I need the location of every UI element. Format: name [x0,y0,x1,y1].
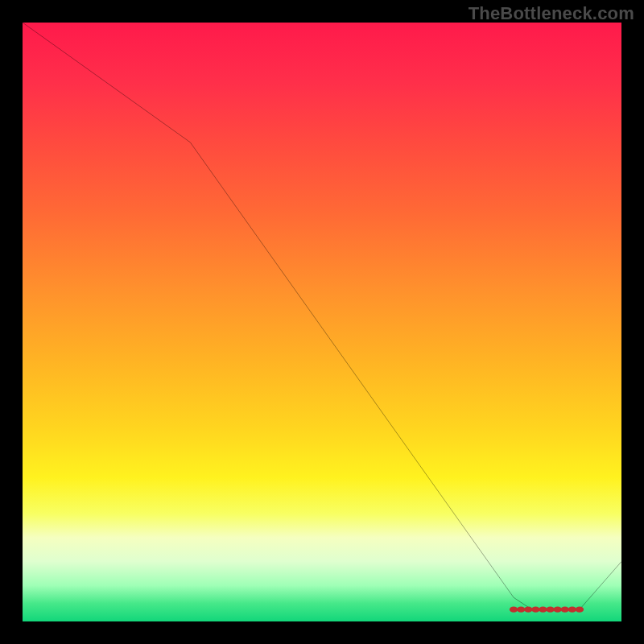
flat-dot [553,606,561,612]
plot-area [23,23,621,621]
flat-dot [539,606,547,612]
flat-dot [546,606,554,612]
watermark-text: TheBottleneck.com [469,3,634,24]
flat-dot [561,606,569,612]
flat-dot [510,606,518,612]
chart-frame: TheBottleneck.com [0,0,644,644]
flat-dot [531,606,539,612]
flat-segment-dots [23,23,621,621]
flat-dot [517,606,525,612]
flat-dot [568,606,576,612]
flat-dot [524,606,532,612]
flat-dot [576,606,584,612]
